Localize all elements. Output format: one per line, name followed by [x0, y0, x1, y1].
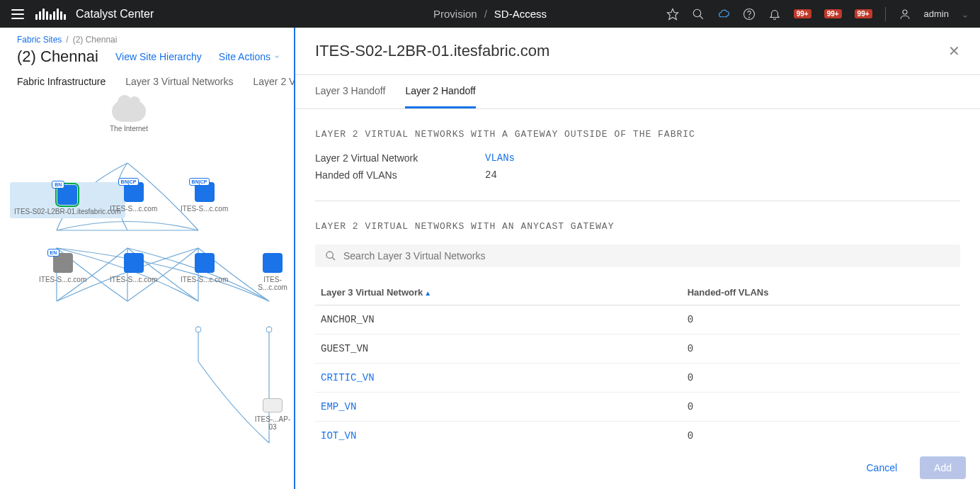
vn-name-cell: ANCHOR_VN	[315, 305, 682, 335]
bc-parent[interactable]: Provision	[433, 8, 477, 20]
topology-node[interactable]: BN|CP ITES-S...c.com	[110, 182, 157, 213]
kv-row: Layer 2 Virtual Network VLANs	[315, 152, 960, 164]
chevron-down-icon[interactable]	[962, 11, 969, 18]
tab-l2-handoff[interactable]: Layer 2 Handoff	[405, 75, 475, 108]
svg-point-10	[326, 252, 333, 258]
switch-icon	[263, 253, 283, 273]
badge-1[interactable]: 99+	[794, 9, 811, 18]
table-row: ANCHOR_VN0	[315, 305, 960, 335]
switch-icon: BN	[57, 185, 77, 205]
header-icons: 99+ 99+ 99+ admin	[666, 7, 969, 21]
table-row: GUEST_VN0	[315, 335, 960, 364]
panel-tabs: Layer 3 Handoff Layer 2 Handoff	[295, 75, 980, 109]
switch-icon	[195, 253, 215, 273]
topology-ap[interactable]: ITES-...AP-03	[251, 398, 294, 431]
col-vn-header[interactable]: Layer 3 Virtual Network▲	[315, 280, 682, 305]
search-box[interactable]	[315, 244, 960, 267]
topology-node[interactable]: BN|CP ITES-S...c.com	[181, 182, 228, 213]
vlans-cell: 0	[682, 393, 960, 422]
header-breadcrumb: Provision / SD-Access	[433, 8, 547, 20]
col-vlans-header[interactable]: Handed-off VLANs	[682, 280, 960, 305]
star-icon[interactable]	[666, 8, 679, 21]
kv-row: Handed off VLANs 24	[315, 169, 960, 181]
kv-key: Handed off VLANs	[315, 169, 485, 181]
panel-header: ITES-S02-L2BR-01.itesfabric.com ✕	[295, 28, 980, 75]
vn-name-cell: GUEST_VN	[315, 335, 682, 364]
vn-name-cell[interactable]: CRITIC_VN	[315, 364, 682, 393]
cancel-button[interactable]: Cancel	[852, 456, 911, 479]
cisco-logo	[35, 9, 66, 20]
help-icon[interactable]	[743, 8, 756, 21]
switch-icon: BN|CP	[195, 182, 215, 202]
bc-current: SD-Access	[494, 8, 547, 20]
bc-current: (2) Chennai	[73, 35, 118, 45]
svg-marker-0	[667, 9, 678, 19]
badge-3[interactable]: 99+	[855, 9, 872, 18]
section1-title: LAYER 2 VIRTUAL NETWORKS WITH A GATEWAY …	[315, 129, 960, 140]
header-bar: Catalyst Center Provision / SD-Access 99…	[0, 0, 980, 28]
topology-node[interactable]: ITES-S...c.com	[251, 253, 294, 291]
topology-cloud[interactable]: The Internet	[110, 101, 148, 133]
switch-icon: EN	[53, 253, 73, 273]
site-actions-dropdown[interactable]: Site Actions	[219, 51, 280, 62]
close-icon[interactable]: ✕	[948, 43, 960, 60]
vlans-link[interactable]: VLANs	[485, 152, 515, 164]
topology-node[interactable]: EN ITES-S...c.com	[39, 253, 86, 283]
panel-body: LAYER 2 VIRTUAL NETWORKS WITH A GATEWAY …	[295, 109, 980, 489]
add-button[interactable]: Add	[920, 456, 966, 479]
svg-point-1	[693, 9, 701, 17]
kv-value: 24	[485, 169, 497, 181]
app-name: Catalyst Center	[76, 8, 154, 21]
topology-canvas[interactable]: The Internet BN ITES-S02-L2BR-01.itesfab…	[0, 86, 294, 489]
user-icon[interactable]	[899, 8, 911, 21]
vlans-cell: 0	[682, 364, 960, 393]
topology-node[interactable]: ITES-S...c.com	[110, 253, 157, 283]
svg-point-9	[266, 327, 272, 332]
svg-line-2	[700, 16, 703, 19]
tab-l3-handoff[interactable]: Layer 3 Handoff	[315, 75, 385, 108]
vn-name-cell[interactable]: EMP_VN	[315, 393, 682, 422]
side-panel: ITES-S02-L2BR-01.itesfabric.com ✕ Layer …	[294, 28, 980, 489]
topology-node-selected[interactable]: BN ITES-S02-L2BR-01.itesfabric.com	[10, 182, 125, 218]
kv-key: Layer 2 Virtual Network	[315, 152, 485, 164]
switch-icon: BN|CP	[124, 182, 144, 202]
table-row: CRITIC_VN0	[315, 364, 960, 393]
search-icon[interactable]	[692, 8, 705, 21]
search-icon	[325, 250, 336, 262]
svg-point-4	[748, 17, 749, 18]
vlans-cell: 0	[682, 305, 960, 335]
svg-line-11	[332, 257, 335, 260]
topology-node[interactable]: ITES-S...c.com	[181, 253, 228, 283]
sort-asc-icon: ▲	[424, 289, 431, 297]
page-title: (2) Chennai	[17, 47, 98, 66]
svg-point-8	[195, 327, 201, 332]
panel-footer: Cancel Add	[295, 446, 980, 489]
badge-2[interactable]: 99+	[824, 9, 842, 18]
menu-icon[interactable]	[11, 9, 24, 19]
divider	[315, 201, 960, 201]
svg-point-5	[903, 10, 907, 14]
panel-title: ITES-S02-L2BR-01.itesfabric.com	[315, 42, 549, 60]
bc-link[interactable]: Fabric Sites	[17, 35, 62, 45]
table-row: EMP_VN0	[315, 393, 960, 422]
user-name[interactable]: admin	[924, 9, 949, 19]
ap-icon	[263, 398, 283, 412]
cloud-icon	[112, 101, 146, 122]
view-hierarchy-link[interactable]: View Site Hierarchy	[115, 51, 202, 62]
search-input[interactable]	[343, 250, 950, 262]
vlans-cell: 0	[682, 335, 960, 364]
switch-icon	[124, 253, 144, 273]
bell-icon[interactable]	[768, 8, 781, 21]
cloud-icon[interactable]	[717, 8, 730, 21]
section2-title: LAYER 2 VIRTUAL NETWORKS WITH AN ANYCAST…	[315, 221, 960, 232]
